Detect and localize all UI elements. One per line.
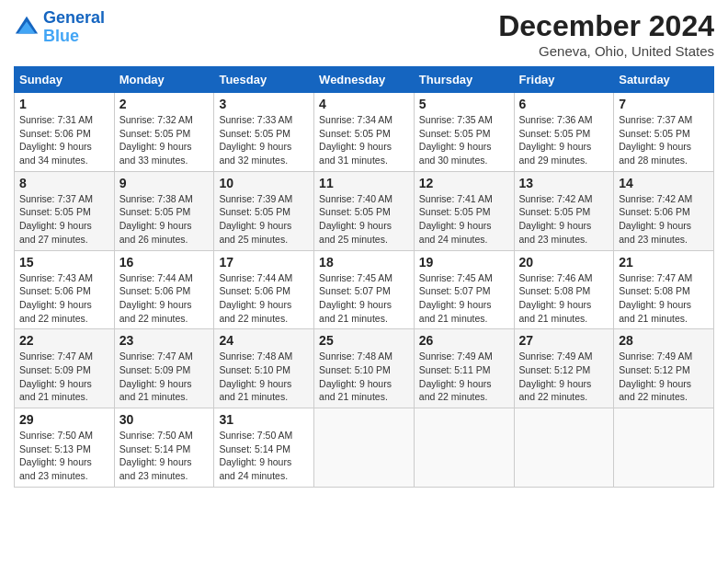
day-number: 26 — [419, 333, 509, 348]
day-number: 5 — [419, 97, 509, 111]
calendar-day-cell: 25 Sunrise: 7:48 AMSunset: 5:10 PMDaylig… — [314, 329, 415, 408]
calendar-day-cell: 29 Sunrise: 7:50 AMSunset: 5:13 PMDaylig… — [15, 408, 115, 488]
day-number: 31 — [219, 412, 309, 427]
calendar-table: Sunday Monday Tuesday Wednesday Thursday… — [14, 66, 714, 488]
calendar-empty-cell — [314, 408, 415, 488]
day-number: 12 — [419, 176, 509, 190]
day-info: Sunrise: 7:39 AMSunset: 5:05 PMDaylight:… — [219, 193, 292, 245]
day-number: 13 — [519, 176, 609, 190]
calendar-empty-cell — [414, 408, 514, 488]
day-info: Sunrise: 7:50 AMSunset: 5:13 PMDaylight:… — [19, 430, 93, 481]
col-saturday: Saturday — [614, 67, 714, 93]
calendar-day-cell: 7 Sunrise: 7:37 AMSunset: 5:05 PMDayligh… — [614, 93, 714, 172]
day-number: 18 — [319, 255, 409, 270]
day-number: 11 — [319, 176, 409, 190]
day-number: 14 — [619, 176, 709, 190]
day-number: 24 — [219, 333, 309, 348]
col-thursday: Thursday — [414, 67, 514, 93]
day-info: Sunrise: 7:47 AMSunset: 5:09 PMDaylight:… — [19, 350, 93, 402]
day-info: Sunrise: 7:48 AMSunset: 5:10 PMDaylight:… — [219, 350, 292, 402]
logo-text: General Blue — [43, 9, 105, 46]
day-number: 20 — [519, 255, 609, 270]
calendar-day-cell: 11 Sunrise: 7:40 AMSunset: 5:05 PMDaylig… — [314, 171, 415, 250]
day-number: 22 — [19, 333, 109, 348]
day-info: Sunrise: 7:47 AMSunset: 5:09 PMDaylight:… — [119, 350, 193, 402]
weekday-header-row: Sunday Monday Tuesday Wednesday Thursday… — [15, 67, 714, 93]
calendar-day-cell: 4 Sunrise: 7:34 AMSunset: 5:05 PMDayligh… — [314, 93, 415, 172]
location: Geneva, Ohio, United States — [498, 43, 714, 59]
day-info: Sunrise: 7:44 AMSunset: 5:06 PMDaylight:… — [119, 272, 193, 324]
col-friday: Friday — [514, 67, 614, 93]
day-info: Sunrise: 7:34 AMSunset: 5:05 PMDaylight:… — [319, 114, 392, 166]
day-info: Sunrise: 7:50 AMSunset: 5:14 PMDaylight:… — [119, 430, 193, 481]
day-number: 8 — [19, 176, 109, 190]
day-info: Sunrise: 7:35 AMSunset: 5:05 PMDaylight:… — [419, 114, 493, 166]
day-info: Sunrise: 7:45 AMSunset: 5:07 PMDaylight:… — [419, 272, 493, 324]
day-number: 1 — [19, 97, 109, 111]
day-info: Sunrise: 7:31 AMSunset: 5:06 PMDaylight:… — [19, 114, 93, 166]
day-number: 16 — [119, 255, 210, 270]
col-monday: Monday — [114, 67, 214, 93]
calendar-empty-cell — [514, 408, 614, 488]
logo: General Blue — [14, 9, 105, 46]
calendar-week-row: 29 Sunrise: 7:50 AMSunset: 5:13 PMDaylig… — [15, 408, 714, 488]
day-number: 25 — [319, 333, 409, 348]
day-info: Sunrise: 7:32 AMSunset: 5:05 PMDaylight:… — [119, 114, 193, 166]
calendar-day-cell: 30 Sunrise: 7:50 AMSunset: 5:14 PMDaylig… — [114, 408, 214, 488]
day-info: Sunrise: 7:49 AMSunset: 5:11 PMDaylight:… — [419, 350, 493, 402]
calendar-day-cell: 26 Sunrise: 7:49 AMSunset: 5:11 PMDaylig… — [414, 329, 514, 408]
month-title: December 2024 — [498, 9, 714, 43]
logo-icon — [14, 15, 40, 40]
day-info: Sunrise: 7:36 AMSunset: 5:05 PMDaylight:… — [519, 114, 593, 166]
day-number: 6 — [519, 97, 609, 111]
day-info: Sunrise: 7:49 AMSunset: 5:12 PMDaylight:… — [519, 350, 593, 402]
day-info: Sunrise: 7:37 AMSunset: 5:05 PMDaylight:… — [19, 193, 93, 245]
day-number: 27 — [519, 333, 609, 348]
day-info: Sunrise: 7:48 AMSunset: 5:10 PMDaylight:… — [319, 350, 392, 402]
day-number: 19 — [419, 255, 509, 270]
calendar-day-cell: 18 Sunrise: 7:45 AMSunset: 5:07 PMDaylig… — [314, 250, 415, 329]
col-tuesday: Tuesday — [214, 67, 314, 93]
col-sunday: Sunday — [15, 67, 115, 93]
day-info: Sunrise: 7:47 AMSunset: 5:08 PMDaylight:… — [619, 272, 692, 324]
calendar-day-cell: 15 Sunrise: 7:43 AMSunset: 5:06 PMDaylig… — [15, 250, 115, 329]
calendar-day-cell: 31 Sunrise: 7:50 AMSunset: 5:14 PMDaylig… — [214, 408, 314, 488]
header: General Blue December 2024 Geneva, Ohio,… — [14, 9, 714, 59]
day-info: Sunrise: 7:42 AMSunset: 5:05 PMDaylight:… — [519, 193, 593, 245]
day-number: 23 — [119, 333, 210, 348]
calendar-day-cell: 14 Sunrise: 7:42 AMSunset: 5:06 PMDaylig… — [614, 171, 714, 250]
calendar-week-row: 22 Sunrise: 7:47 AMSunset: 5:09 PMDaylig… — [15, 329, 714, 408]
calendar-day-cell: 8 Sunrise: 7:37 AMSunset: 5:05 PMDayligh… — [15, 171, 115, 250]
day-info: Sunrise: 7:49 AMSunset: 5:12 PMDaylight:… — [619, 350, 692, 402]
day-number: 15 — [19, 255, 109, 270]
day-number: 7 — [619, 97, 709, 111]
day-number: 17 — [219, 255, 309, 270]
day-number: 30 — [119, 412, 210, 427]
calendar-day-cell: 13 Sunrise: 7:42 AMSunset: 5:05 PMDaylig… — [514, 171, 614, 250]
day-info: Sunrise: 7:43 AMSunset: 5:06 PMDaylight:… — [19, 272, 93, 324]
calendar-day-cell: 27 Sunrise: 7:49 AMSunset: 5:12 PMDaylig… — [514, 329, 614, 408]
calendar-day-cell: 19 Sunrise: 7:45 AMSunset: 5:07 PMDaylig… — [414, 250, 514, 329]
day-info: Sunrise: 7:44 AMSunset: 5:06 PMDaylight:… — [219, 272, 292, 324]
calendar-day-cell: 22 Sunrise: 7:47 AMSunset: 5:09 PMDaylig… — [15, 329, 115, 408]
day-number: 9 — [119, 176, 210, 190]
calendar-day-cell: 28 Sunrise: 7:49 AMSunset: 5:12 PMDaylig… — [614, 329, 714, 408]
day-number: 21 — [619, 255, 709, 270]
calendar-day-cell: 24 Sunrise: 7:48 AMSunset: 5:10 PMDaylig… — [214, 329, 314, 408]
day-info: Sunrise: 7:42 AMSunset: 5:06 PMDaylight:… — [619, 193, 692, 245]
calendar-week-row: 1 Sunrise: 7:31 AMSunset: 5:06 PMDayligh… — [15, 93, 714, 172]
day-info: Sunrise: 7:46 AMSunset: 5:08 PMDaylight:… — [519, 272, 593, 324]
col-wednesday: Wednesday — [314, 67, 415, 93]
calendar-week-row: 15 Sunrise: 7:43 AMSunset: 5:06 PMDaylig… — [15, 250, 714, 329]
day-info: Sunrise: 7:33 AMSunset: 5:05 PMDaylight:… — [219, 114, 292, 166]
calendar-day-cell: 23 Sunrise: 7:47 AMSunset: 5:09 PMDaylig… — [114, 329, 214, 408]
calendar-day-cell: 6 Sunrise: 7:36 AMSunset: 5:05 PMDayligh… — [514, 93, 614, 172]
calendar-week-row: 8 Sunrise: 7:37 AMSunset: 5:05 PMDayligh… — [15, 171, 714, 250]
day-info: Sunrise: 7:41 AMSunset: 5:05 PMDaylight:… — [419, 193, 493, 245]
calendar-day-cell: 16 Sunrise: 7:44 AMSunset: 5:06 PMDaylig… — [114, 250, 214, 329]
calendar-day-cell: 2 Sunrise: 7:32 AMSunset: 5:05 PMDayligh… — [114, 93, 214, 172]
day-number: 2 — [119, 97, 210, 111]
day-info: Sunrise: 7:37 AMSunset: 5:05 PMDaylight:… — [619, 114, 692, 166]
day-number: 3 — [219, 97, 309, 111]
day-number: 28 — [619, 333, 709, 348]
